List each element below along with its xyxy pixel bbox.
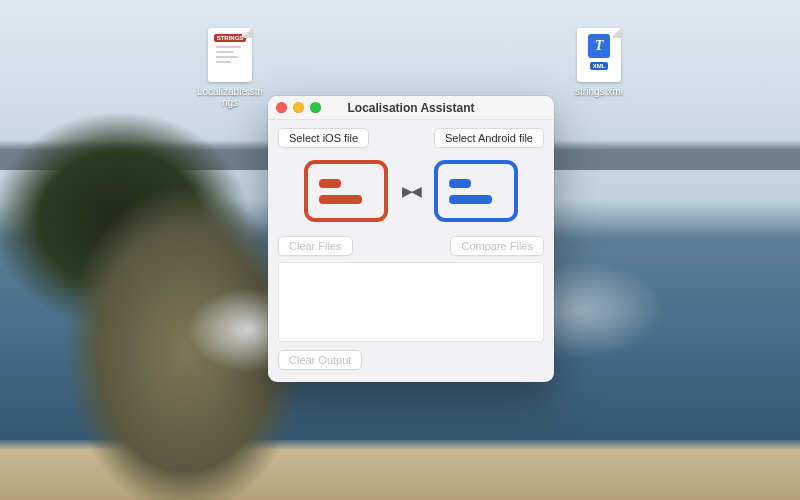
clear-files-button[interactable]: Clear Files [278, 236, 353, 256]
clear-output-button[interactable]: Clear Output [278, 350, 362, 370]
xml-badge: XML [590, 62, 609, 70]
file-lines-decoration [216, 46, 244, 63]
android-drop-zone[interactable] [434, 160, 518, 222]
strings-badge: STRINGS [214, 34, 247, 42]
window-body: Select iOS file Select Android file ▶◀ C… [268, 120, 554, 382]
merge-arrows-icon: ▶◀ [402, 183, 420, 199]
desktop-file-label: Localizable.strings [195, 86, 265, 108]
output-textarea[interactable] [278, 262, 544, 342]
close-icon[interactable] [276, 102, 287, 113]
card-bar-icon [319, 179, 341, 188]
file-select-row: Select iOS file Select Android file [278, 128, 544, 148]
traffic-lights [276, 102, 321, 113]
compare-files-button[interactable]: Compare Files [450, 236, 544, 256]
desktop-file-localizable-strings[interactable]: STRINGS Localizable.strings [195, 28, 265, 108]
output-footer: Clear Output [278, 350, 544, 370]
xml-glyph: T [588, 34, 610, 58]
window-titlebar[interactable]: Localisation Assistant [268, 96, 554, 120]
drop-targets-row: ▶◀ [278, 160, 544, 222]
card-bar-icon [449, 195, 492, 204]
desktop-wallpaper: STRINGS Localizable.strings T XML string… [0, 0, 800, 500]
select-android-file-button[interactable]: Select Android file [434, 128, 544, 148]
desktop-file-label: strings.xml [564, 86, 634, 97]
window-title: Localisation Assistant [348, 101, 475, 115]
select-ios-file-button[interactable]: Select iOS file [278, 128, 369, 148]
action-row: Clear Files Compare Files [278, 236, 544, 256]
card-bar-icon [449, 179, 471, 188]
card-bar-icon [319, 195, 362, 204]
ios-drop-zone[interactable] [304, 160, 388, 222]
strings-file-icon: STRINGS [208, 28, 252, 82]
xml-file-icon: T XML [577, 28, 621, 82]
desktop-file-strings-xml[interactable]: T XML strings.xml [564, 28, 634, 97]
zoom-icon[interactable] [310, 102, 321, 113]
minimize-icon[interactable] [293, 102, 304, 113]
app-window: Localisation Assistant Select iOS file S… [268, 96, 554, 382]
